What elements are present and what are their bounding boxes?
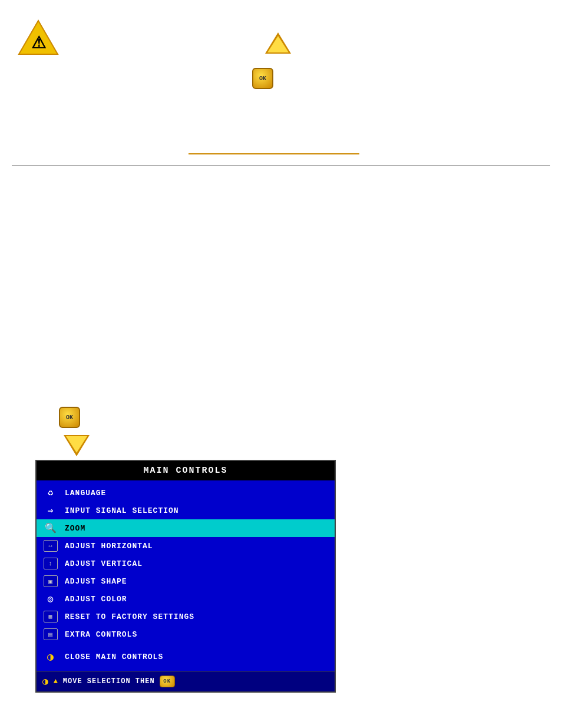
- osd-footer-label: MOVE SELECTION THEN: [63, 677, 155, 686]
- orange-underline-decoration: [189, 153, 359, 154]
- osd-item-reset-factory[interactable]: ▦ RESET TO FACTORY SETTINGS: [37, 608, 335, 625]
- osd-item-zoom[interactable]: 🔍 ZOOM: [37, 519, 335, 537]
- vert-icon: ↕: [42, 558, 59, 569]
- close-icon: ◑: [42, 651, 59, 663]
- osd-main-controls-menu: MAIN CONTROLS ♻ LANGUAGE ⇒ INPUT SIGNAL …: [35, 460, 336, 693]
- ok-button-top[interactable]: OK: [252, 68, 273, 89]
- osd-item-zoom-label: ZOOM: [65, 524, 85, 533]
- section-divider: [12, 165, 550, 166]
- warning-triangle-icon: ⚠: [18, 18, 59, 59]
- osd-item-reset-label: RESET TO FACTORY SETTINGS: [65, 612, 194, 621]
- bottom-section: OK MAIN CONTROLS ♻ LANGUAGE ⇒ INPUT SIGN…: [0, 189, 562, 212]
- reset-icon: ▦: [42, 611, 59, 622]
- shape-icon: ▣: [42, 575, 59, 587]
- svg-text:⚠: ⚠: [31, 34, 46, 52]
- osd-item-vert-label: ADJUST VERTICAL: [65, 559, 143, 568]
- osd-item-adjust-shape[interactable]: ▣ ADJUST SHAPE: [37, 572, 335, 590]
- ok-badge-icon: OK: [160, 676, 175, 687]
- osd-item-extra-label: EXTRA CONTROLS: [65, 630, 137, 639]
- osd-close-label: CLOSE MAIN CONTROLS: [65, 653, 163, 661]
- osd-item-input-signal[interactable]: ⇒ INPUT SIGNAL SELECTION: [37, 502, 335, 519]
- zoom-icon: 🔍: [42, 522, 59, 534]
- move-icon-2: ▲: [54, 677, 58, 686]
- input-icon: ⇒: [42, 505, 59, 516]
- move-icon-1: ◑: [42, 676, 49, 687]
- ok-button-mid[interactable]: OK: [59, 407, 80, 428]
- lang-icon: ♻: [42, 487, 59, 499]
- up-arrow-button[interactable]: [265, 32, 291, 55]
- color-icon: ◎: [42, 593, 59, 605]
- osd-item-adjust-vert[interactable]: ↕ ADJUST VERTICAL: [37, 555, 335, 572]
- osd-items-list: ♻ LANGUAGE ⇒ INPUT SIGNAL SELECTION 🔍 ZO…: [37, 480, 335, 671]
- osd-item-language[interactable]: ♻ LANGUAGE: [37, 484, 335, 502]
- horiz-icon: ↔: [42, 540, 59, 552]
- osd-item-color-label: ADJUST COLOR: [65, 595, 127, 604]
- osd-item-shape-label: ADJUST SHAPE: [65, 577, 127, 586]
- osd-item-extra-controls[interactable]: ▤ EXTRA CONTROLS: [37, 625, 335, 643]
- osd-item-language-label: LANGUAGE: [65, 489, 106, 498]
- osd-item-adjust-horiz[interactable]: ↔ ADJUST HORIZONTAL: [37, 537, 335, 555]
- osd-item-adjust-color[interactable]: ◎ ADJUST COLOR: [37, 590, 335, 608]
- extra-icon: ▤: [42, 628, 59, 640]
- osd-item-input-label: INPUT SIGNAL SELECTION: [65, 506, 179, 515]
- osd-title: MAIN CONTROLS: [37, 461, 335, 480]
- osd-close-button[interactable]: ◑ CLOSE MAIN CONTROLS: [37, 648, 335, 667]
- osd-separator: [37, 643, 335, 648]
- osd-footer: ◑ ▲ MOVE SELECTION THEN OK: [37, 671, 335, 691]
- osd-item-horiz-label: ADJUST HORIZONTAL: [65, 542, 153, 551]
- down-arrow-button[interactable]: [64, 435, 90, 458]
